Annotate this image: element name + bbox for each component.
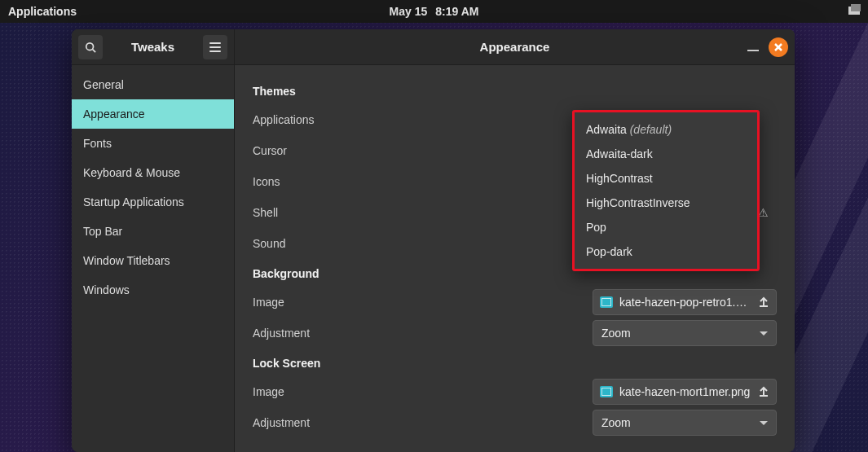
minimize-button[interactable] xyxy=(747,50,759,51)
background-image-label: Image xyxy=(253,296,284,309)
chevron-down-icon xyxy=(760,331,768,336)
search-icon xyxy=(85,42,96,53)
nav-item-fonts[interactable]: Fonts xyxy=(72,129,234,158)
sidebar-pane: Tweaks General Appearance Fonts Keyboard… xyxy=(72,29,235,452)
nav-item-keyboard-mouse[interactable]: Keyboard & Mouse xyxy=(72,158,234,187)
sidebar-headerbar: Tweaks xyxy=(72,29,234,65)
section-themes: Themes xyxy=(253,85,777,98)
themes-applications-popup[interactable]: Adwaita (default) Adwaita-dark HighContr… xyxy=(572,110,760,271)
lockscreen-image-label: Image xyxy=(253,385,284,398)
close-button[interactable] xyxy=(769,37,788,57)
chevron-down-icon xyxy=(760,421,768,425)
background-adjustment-label: Adjustment xyxy=(253,327,310,340)
tweaks-window: Tweaks General Appearance Fonts Keyboard… xyxy=(72,29,795,452)
top-panel: Applications May 15 8:19 AM xyxy=(0,0,868,23)
themes-icons-label: Icons xyxy=(253,175,280,188)
background-adjustment-combo[interactable]: Zoom xyxy=(593,320,777,346)
upload-icon xyxy=(758,386,769,397)
nav-list: General Appearance Fonts Keyboard & Mous… xyxy=(72,65,234,452)
lockscreen-adjustment-combo[interactable]: Zoom xyxy=(593,410,777,436)
popup-item-adwaita[interactable]: Adwaita (default) xyxy=(575,117,757,142)
popup-item-highcontrast[interactable]: HighContrast xyxy=(575,166,757,191)
nav-item-appearance[interactable]: Appearance xyxy=(72,99,234,129)
workspace-switcher-icon[interactable] xyxy=(848,7,860,16)
themes-cursor-label: Cursor xyxy=(253,144,287,157)
close-icon xyxy=(774,43,782,51)
background-image-filename: kate-hazen-pop-retro1.png xyxy=(619,296,751,309)
content-title: Appearance xyxy=(241,40,788,54)
section-lockscreen: Lock Screen xyxy=(253,357,777,370)
menu-button[interactable] xyxy=(203,35,227,59)
background-image-button[interactable]: kate-hazen-pop-retro1.png xyxy=(593,289,777,315)
lockscreen-image-filename: kate-hazen-mort1mer.png xyxy=(619,385,751,398)
popup-item-pop[interactable]: Pop xyxy=(575,215,757,239)
panel-date[interactable]: May 15 xyxy=(390,5,428,18)
lockscreen-adjustment-label: Adjustment xyxy=(253,416,310,429)
popup-item-highcontrastinverse[interactable]: HighContrastInverse xyxy=(575,191,757,215)
search-button[interactable] xyxy=(78,35,103,59)
nav-item-general[interactable]: General xyxy=(72,70,234,99)
sidebar-title: Tweaks xyxy=(103,40,203,54)
themes-applications-label: Applications xyxy=(253,113,315,126)
panel-time[interactable]: 8:19 AM xyxy=(435,5,478,18)
content-headerbar: Appearance xyxy=(235,29,795,65)
popup-item-adwaita-dark[interactable]: Adwaita-dark xyxy=(575,142,757,166)
lockscreen-image-button[interactable]: kate-hazen-mort1mer.png xyxy=(593,379,777,405)
upload-icon xyxy=(758,296,769,308)
nav-item-window-titlebars[interactable]: Window Titlebars xyxy=(72,246,234,275)
background-adjustment-value: Zoom xyxy=(601,327,760,340)
themes-shell-label: Shell xyxy=(253,206,278,219)
lockscreen-adjustment-value: Zoom xyxy=(601,416,760,429)
image-icon xyxy=(600,386,613,397)
nav-item-startup-applications[interactable]: Startup Applications xyxy=(72,187,234,217)
nav-item-top-bar[interactable]: Top Bar xyxy=(72,217,234,246)
popup-item-pop-dark[interactable]: Pop-dark xyxy=(575,239,757,264)
svg-line-1 xyxy=(93,49,96,52)
content-pane: Appearance Themes Applications Cursor Ic… xyxy=(235,29,795,452)
svg-point-0 xyxy=(86,42,94,50)
applications-menu[interactable]: Applications xyxy=(8,5,77,18)
nav-item-windows[interactable]: Windows xyxy=(72,275,234,305)
themes-sound-label: Sound xyxy=(253,237,285,250)
image-icon xyxy=(600,296,613,308)
